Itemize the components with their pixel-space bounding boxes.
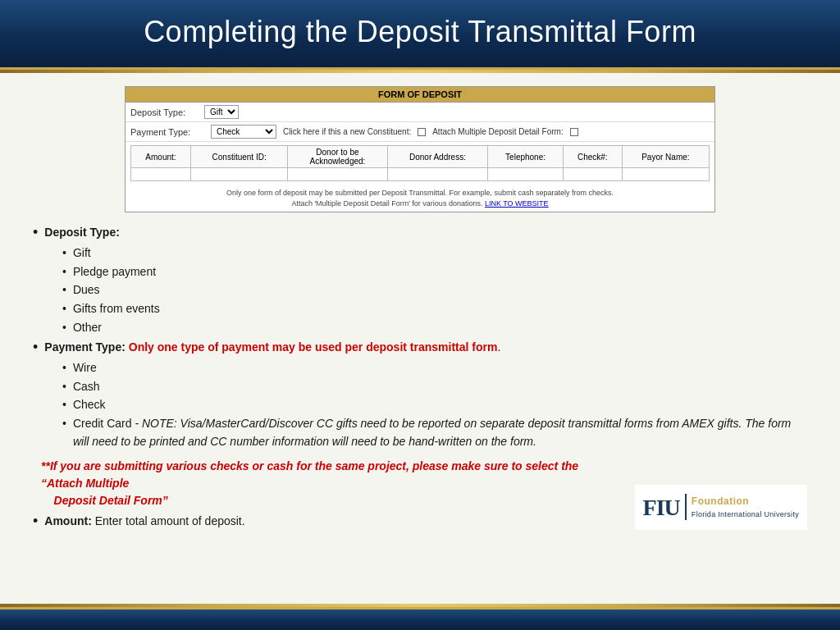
- sub-bullet-gift-text: Gift: [73, 244, 91, 262]
- sub-bullet-other: • Other: [62, 319, 807, 337]
- form-data-row: [131, 168, 710, 181]
- sub-bullet-cash: • Cash: [62, 378, 807, 396]
- deposit-type-bullet-label: Deposit Type:: [44, 224, 120, 242]
- foundation-text-block: Foundation Florida International Univers…: [692, 494, 799, 521]
- warning-block: **If you are submitting various checks o…: [41, 458, 619, 509]
- deposit-type-bullet: • Deposit Type:: [33, 224, 807, 242]
- sub-bullet-dues: • Dues: [62, 281, 807, 299]
- cell-amount: [131, 168, 191, 181]
- deposit-type-select[interactable]: Gift: [204, 105, 239, 119]
- form-table-section: Amount: Constituent ID: Donor to beAckno…: [126, 142, 714, 185]
- slide-container: Completing the Deposit Transmittal Form …: [0, 0, 840, 630]
- fiu-divider: [685, 494, 687, 520]
- amount-bullet: • Amount: Enter total amount of deposit.: [33, 513, 619, 531]
- sub-bullet-other-text: Other: [73, 319, 102, 337]
- cell-payor: [622, 168, 709, 181]
- bullets-section: • Deposit Type: • Gift • Pledge payment …: [25, 224, 815, 533]
- new-constituent-checkbox[interactable]: [418, 128, 426, 136]
- slide-footer: [0, 607, 840, 630]
- cell-donor: [288, 168, 387, 181]
- deposit-type-label: Deposit Type:: [130, 107, 204, 117]
- payment-type-label: Payment Type:: [130, 127, 204, 137]
- payment-sub-bullets: • Wire • Cash • Check • Credit Card - NO…: [62, 359, 807, 450]
- form-note: Only one form of deposit may be submitte…: [126, 185, 714, 212]
- bullet-dot-1: •: [33, 224, 38, 242]
- sub-bullet-gift: • Gift: [62, 244, 807, 262]
- form-note-line2: Attach 'Multiple Deposit Detail Form' fo…: [291, 199, 482, 208]
- sub-bullet-dues-text: Dues: [73, 281, 100, 299]
- university-label: Florida International University: [692, 509, 799, 521]
- fiu-logo: FIU Foundation Florida International Uni…: [635, 485, 807, 530]
- col-telephone: Telephone:: [488, 146, 563, 168]
- bullet-dot-3: •: [33, 513, 38, 531]
- bullet-dot-2: •: [33, 339, 38, 357]
- cell-check: [563, 168, 622, 181]
- payment-type-bullet-content: Payment Type: Only one type of payment m…: [44, 339, 500, 357]
- sub-bullet-credit-card: • Credit Card - NOTE: Visa/MasterCard/Di…: [62, 415, 807, 450]
- cell-address: [387, 168, 488, 181]
- click-here-text: Click here if this a new Constituent:: [283, 127, 411, 136]
- col-amount: Amount:: [131, 146, 191, 168]
- col-payor: Payor Name:: [622, 146, 709, 168]
- deposit-type-sub-bullets: • Gift • Pledge payment • Dues • Gifts f…: [62, 244, 807, 336]
- payment-period: .: [497, 340, 500, 354]
- slide-title: Completing the Deposit Transmittal Form: [33, 15, 807, 49]
- sub-bullet-pledge: • Pledge payment: [62, 263, 807, 281]
- attach-multiple-checkbox[interactable]: [570, 128, 578, 136]
- slide-header: Completing the Deposit Transmittal Form: [0, 0, 840, 70]
- attach-label: Attach Multiple Deposit Detail Form:: [432, 127, 564, 136]
- form-note-line1: Only one form of deposit may be submitte…: [226, 189, 614, 197]
- payment-warning-text: Only one type of payment may be used per…: [129, 340, 498, 354]
- deposit-form-mockup: FORM OF DEPOSIT Deposit Type: Gift Payme…: [125, 86, 715, 212]
- credit-card-note: - NOTE: Visa/MasterCard/Discover CC gift…: [73, 417, 791, 448]
- bottom-row: **If you are submitting various checks o…: [33, 453, 807, 533]
- sub-bullet-gifts-events-text: Gifts from events: [73, 300, 160, 318]
- warning-and-amount: **If you are submitting various checks o…: [33, 453, 619, 533]
- cell-telephone: [488, 168, 563, 181]
- form-header: FORM OF DEPOSIT: [126, 87, 714, 103]
- foundation-label: Foundation: [692, 494, 749, 509]
- col-check: Check#:: [563, 146, 622, 168]
- amount-text: Enter total amount of deposit.: [95, 514, 245, 527]
- fiu-text: FIU: [643, 490, 680, 525]
- payment-type-row: Payment Type: Check Click here if this a…: [126, 122, 714, 142]
- col-address: Donor Address:: [387, 146, 488, 168]
- sub-bullet-credit-card-text: Credit Card - NOTE: Visa/MasterCard/Disc…: [73, 415, 807, 450]
- col-constituent: Constituent ID:: [190, 146, 287, 168]
- sub-bullet-gifts-events: • Gifts from events: [62, 300, 807, 318]
- deposit-type-row: Deposit Type: Gift: [126, 103, 714, 122]
- col-donor: Donor to beAcknowledged:: [288, 146, 387, 168]
- sub-bullet-check: • Check: [62, 396, 807, 414]
- sub-bullet-check-text: Check: [73, 396, 106, 414]
- sub-bullet-wire: • Wire: [62, 359, 807, 377]
- credit-card-label: Credit Card: [73, 417, 132, 430]
- payment-type-bullet: • Payment Type: Only one type of payment…: [33, 339, 807, 357]
- form-columns-table: Amount: Constituent ID: Donor to beAckno…: [130, 145, 710, 181]
- sub-bullet-wire-text: Wire: [73, 359, 97, 377]
- payment-type-select[interactable]: Check: [211, 125, 276, 139]
- form-link[interactable]: LINK TO WEBSITE: [485, 199, 549, 208]
- cell-constituent: [190, 168, 287, 181]
- sub-bullet-cash-text: Cash: [73, 378, 100, 396]
- slide-content: FORM OF DEPOSIT Deposit Type: Gift Payme…: [0, 73, 840, 604]
- amount-bullet-content: Amount: Enter total amount of deposit.: [44, 513, 244, 531]
- sub-bullet-pledge-text: Pledge payment: [73, 263, 156, 281]
